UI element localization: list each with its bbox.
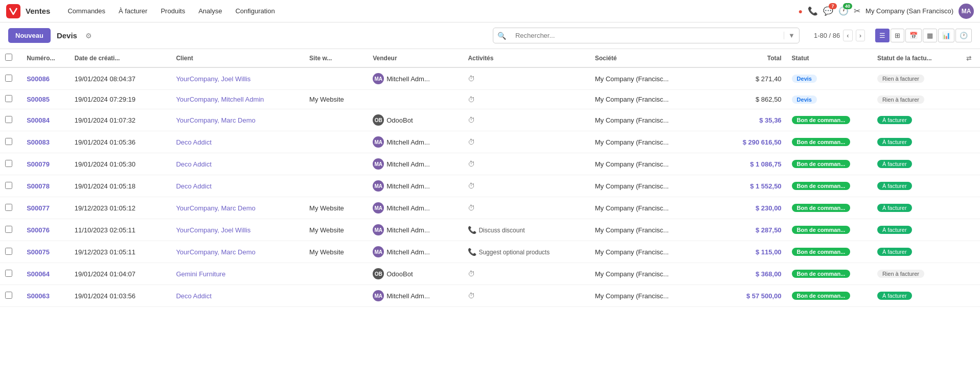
order-number-link[interactable]: S00077 bbox=[27, 204, 50, 212]
order-number-link[interactable]: S00086 bbox=[27, 75, 50, 83]
client-name[interactable]: YourCompany, Mitchell Admin bbox=[176, 96, 264, 103]
row-checkbox[interactable] bbox=[0, 285, 21, 307]
client-name[interactable]: Deco Addict bbox=[176, 138, 211, 146]
new-button[interactable]: Nouveau bbox=[8, 28, 51, 43]
view-activity-icon[interactable]: 🕐 bbox=[955, 29, 972, 42]
menu-configuration[interactable]: Configuration bbox=[229, 4, 281, 18]
row-checkbox[interactable] bbox=[0, 90, 21, 109]
header-checkbox[interactable] bbox=[5, 54, 12, 61]
order-number-link[interactable]: S00078 bbox=[27, 182, 50, 190]
order-number-link[interactable]: S00075 bbox=[27, 248, 50, 256]
row-client[interactable]: YourCompany, Marc Demo bbox=[171, 241, 304, 263]
clock-activity-icon[interactable]: ⏱ bbox=[468, 160, 475, 168]
row-client[interactable]: YourCompany, Marc Demo bbox=[171, 109, 304, 131]
clock-activity-icon[interactable]: ⏱ bbox=[468, 292, 475, 300]
col-header-num[interactable]: Numéro... bbox=[21, 49, 70, 67]
row-client[interactable]: Deco Addict bbox=[171, 285, 304, 307]
menu-afacturer[interactable]: À facturer bbox=[112, 4, 153, 18]
row-checkbox[interactable] bbox=[0, 219, 21, 241]
clock-icon[interactable]: 🕐 40 bbox=[838, 6, 849, 16]
row-select-checkbox[interactable] bbox=[5, 226, 12, 233]
clock-activity-icon[interactable]: ⏱ bbox=[468, 182, 475, 190]
row-select-checkbox[interactable] bbox=[5, 292, 12, 299]
client-name[interactable]: YourCompany, Marc Demo bbox=[176, 116, 255, 124]
row-checkbox[interactable] bbox=[0, 241, 21, 263]
pagination-next[interactable]: › bbox=[856, 30, 865, 41]
phone-activity-icon[interactable]: 📞 bbox=[468, 248, 476, 256]
row-client[interactable]: Deco Addict bbox=[171, 131, 304, 153]
clock-activity-icon[interactable]: ⏱ bbox=[468, 116, 475, 124]
col-header-vendeur[interactable]: Vendeur bbox=[368, 49, 463, 67]
search-input[interactable] bbox=[510, 28, 784, 43]
client-name[interactable]: YourCompany, Joel Willis bbox=[176, 75, 250, 83]
select-all-checkbox[interactable] bbox=[0, 49, 21, 67]
order-number-link[interactable]: S00063 bbox=[27, 292, 50, 300]
row-client[interactable]: Deco Addict bbox=[171, 153, 304, 175]
row-client[interactable]: Gemini Furniture bbox=[171, 263, 304, 285]
order-number-link[interactable]: S00076 bbox=[27, 226, 50, 234]
row-client[interactable]: YourCompany, Joel Willis bbox=[171, 67, 304, 90]
order-number-link[interactable]: S00085 bbox=[27, 96, 50, 103]
order-number-link[interactable]: S00084 bbox=[27, 116, 50, 124]
search-dropdown-arrow[interactable]: ▼ bbox=[784, 32, 799, 39]
order-number-link[interactable]: S00064 bbox=[27, 270, 50, 278]
clock-activity-icon[interactable]: ⏱ bbox=[468, 138, 475, 146]
column-adjust-icon[interactable]: ⇄ bbox=[966, 55, 971, 62]
menu-commandes[interactable]: Commandes bbox=[61, 4, 111, 18]
clock-activity-icon[interactable]: ⏱ bbox=[468, 204, 475, 212]
view-chart-icon[interactable]: 📊 bbox=[938, 29, 954, 42]
row-select-checkbox[interactable] bbox=[5, 248, 12, 255]
row-select-checkbox[interactable] bbox=[5, 116, 12, 123]
col-header-adjust[interactable]: ⇄ bbox=[961, 49, 980, 67]
view-grid-icon[interactable]: ▦ bbox=[923, 29, 937, 42]
settings-icon[interactable]: ✂ bbox=[854, 6, 860, 16]
row-checkbox[interactable] bbox=[0, 131, 21, 153]
client-name[interactable]: YourCompany, Marc Demo bbox=[176, 204, 255, 212]
view-list-icon[interactable]: ☰ bbox=[875, 29, 890, 42]
row-select-checkbox[interactable] bbox=[5, 204, 12, 211]
app-logo[interactable] bbox=[6, 4, 20, 18]
row-client[interactable]: YourCompany, Joel Willis bbox=[171, 219, 304, 241]
clock-activity-icon[interactable]: ⏱ bbox=[468, 270, 475, 278]
row-client[interactable]: Deco Addict bbox=[171, 175, 304, 197]
row-select-checkbox[interactable] bbox=[5, 95, 12, 102]
row-select-checkbox[interactable] bbox=[5, 138, 12, 145]
view-kanban-icon[interactable]: ⊞ bbox=[891, 29, 904, 42]
support-icon[interactable]: 📞 bbox=[808, 6, 818, 16]
col-header-activites[interactable]: Activités bbox=[463, 49, 589, 67]
order-number-link[interactable]: S00083 bbox=[27, 138, 50, 146]
recording-icon[interactable]: ● bbox=[799, 7, 803, 15]
client-name[interactable]: Gemini Furniture bbox=[176, 270, 225, 278]
phone-activity-icon[interactable]: 📞 bbox=[468, 226, 476, 234]
row-checkbox[interactable] bbox=[0, 197, 21, 219]
client-name[interactable]: Deco Addict bbox=[176, 292, 211, 300]
col-header-statut[interactable]: Statut bbox=[787, 49, 872, 67]
row-checkbox[interactable] bbox=[0, 175, 21, 197]
clock-activity-icon[interactable]: ⏱ bbox=[468, 75, 475, 83]
col-header-date[interactable]: Date de créati... bbox=[70, 49, 171, 67]
chat-icon[interactable]: 💬 7 bbox=[823, 6, 833, 16]
pagination-prev[interactable]: ‹ bbox=[843, 30, 852, 41]
row-select-checkbox[interactable] bbox=[5, 182, 12, 189]
col-header-societe[interactable]: Société bbox=[590, 49, 717, 67]
gear-icon[interactable]: ⚙ bbox=[85, 32, 92, 40]
row-select-checkbox[interactable] bbox=[5, 160, 12, 167]
row-checkbox[interactable] bbox=[0, 263, 21, 285]
row-checkbox[interactable] bbox=[0, 153, 21, 175]
row-client[interactable]: YourCompany, Marc Demo bbox=[171, 197, 304, 219]
menu-analyse[interactable]: Analyse bbox=[192, 4, 228, 18]
menu-produits[interactable]: Produits bbox=[154, 4, 191, 18]
view-calendar-icon[interactable]: 📅 bbox=[905, 29, 922, 42]
row-select-checkbox[interactable] bbox=[5, 270, 12, 277]
col-header-client[interactable]: Client bbox=[171, 49, 304, 67]
clock-activity-icon[interactable]: ⏱ bbox=[468, 96, 475, 104]
row-client[interactable]: YourCompany, Mitchell Admin bbox=[171, 90, 304, 109]
client-name[interactable]: YourCompany, Marc Demo bbox=[176, 248, 255, 256]
col-header-site[interactable]: Site w... bbox=[304, 49, 368, 67]
col-header-total[interactable]: Total bbox=[717, 49, 787, 67]
col-header-statut-fact[interactable]: Statut de la factu... bbox=[872, 49, 961, 67]
order-number-link[interactable]: S00079 bbox=[27, 160, 50, 168]
user-avatar[interactable]: MA bbox=[959, 4, 974, 19]
row-checkbox[interactable] bbox=[0, 67, 21, 90]
client-name[interactable]: Deco Addict bbox=[176, 160, 211, 168]
